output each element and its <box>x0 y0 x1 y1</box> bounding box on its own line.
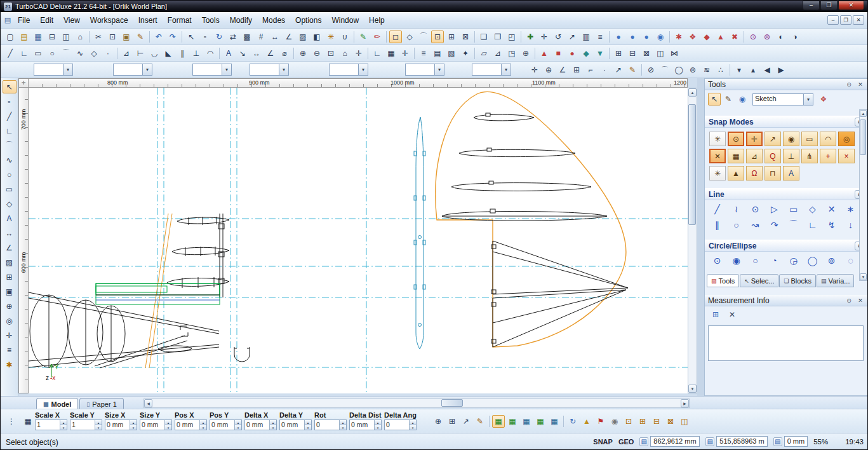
cell-2-icon[interactable]: ⊞ <box>636 415 649 428</box>
scale-entities-icon[interactable]: ↗ <box>566 31 578 43</box>
point-mark-icon[interactable]: · <box>598 64 611 76</box>
view-side-icon[interactable]: ◑ <box>789 31 801 43</box>
perpendicular-icon[interactable]: ⊥ <box>190 47 203 60</box>
snap-ortho-icon[interactable]: Ω <box>746 166 763 181</box>
vscroll-track[interactable] <box>688 97 697 385</box>
workplane-world-icon[interactable]: ▱ <box>477 47 490 60</box>
line-wavy-icon[interactable]: ≀ <box>728 202 744 216</box>
relative-coords-icon[interactable]: ⊞ <box>446 415 458 428</box>
palette-tab-varia[interactable]: ▤Varia... <box>817 274 855 287</box>
snap-divide-icon[interactable]: ⋔ <box>801 149 818 163</box>
snap-quick-icon[interactable]: Q <box>765 149 781 163</box>
snap-quadrant-icon[interactable]: ▭ <box>801 132 818 146</box>
palette-scroll-track[interactable] <box>860 117 867 273</box>
cut-icon[interactable]: ✂ <box>92 31 105 43</box>
style-brush-icon[interactable]: ❖ <box>817 93 830 106</box>
options-icon[interactable]: ✱ <box>3 358 17 371</box>
ucs-origin-icon[interactable]: ⊕ <box>519 47 532 60</box>
paste-icon[interactable]: ▣ <box>120 31 133 43</box>
inspector-grid-icon[interactable]: ▦ <box>22 415 34 428</box>
jump-to-icon[interactable]: ↗ <box>460 415 472 428</box>
snap-intersection-icon[interactable]: ◎ <box>838 132 855 146</box>
field-input[interactable]: 0 mm▴▾ <box>244 419 277 430</box>
section-header-snap-modes[interactable]: Snap Modes ∧ <box>705 116 868 128</box>
wave-style-icon[interactable]: ≋ <box>700 64 713 76</box>
red-dot-icon[interactable]: ● <box>566 47 578 60</box>
no-style-icon[interactable]: ⊘ <box>644 64 657 76</box>
field-value[interactable]: 0 mm <box>175 420 199 430</box>
stack-icon[interactable]: ≡ <box>594 31 606 43</box>
misc-minus-box-icon[interactable]: ⊟ <box>626 47 639 60</box>
menu-options[interactable]: Options <box>290 13 326 27</box>
select-fence-icon[interactable]: ⌒ <box>417 31 430 43</box>
snap-tangent-icon[interactable]: ◠ <box>820 132 836 146</box>
rotate-entities-icon[interactable]: ↺ <box>552 31 564 43</box>
menu-modify[interactable]: Modify <box>225 13 257 27</box>
dropdown-icon[interactable]: ▾ <box>358 64 368 75</box>
palette-scroll-thumb[interactable] <box>860 119 866 155</box>
snap-center-icon[interactable]: ◉ <box>783 132 799 146</box>
grid-green-2-icon[interactable]: ▦ <box>506 415 519 428</box>
line-arc-icon[interactable]: ⌒ <box>785 218 801 232</box>
render-hidden-line-icon[interactable]: ● <box>626 31 639 43</box>
property-combo-6[interactable]: ▾ <box>405 64 444 76</box>
field-value[interactable]: 0 mm <box>140 420 164 430</box>
snap-toggle-icon[interactable]: ✛ <box>399 47 411 60</box>
field-input[interactable]: 0 mm▴▾ <box>210 419 242 430</box>
line-single-icon[interactable]: ╱ <box>709 202 725 216</box>
circle-quarter-icon[interactable]: ◔ <box>766 254 782 268</box>
array-tool-icon[interactable]: ▩ <box>241 31 253 43</box>
coord-world-icon[interactable]: ✛ <box>528 64 541 76</box>
field-value[interactable]: 1 <box>70 420 95 430</box>
render-draft-icon[interactable]: ◉ <box>654 31 667 43</box>
horizontal-scrollbar[interactable]: ◀ ▶ <box>144 399 690 408</box>
line-tangent-circle-icon[interactable]: ○ <box>728 218 744 232</box>
hscroll-thumb[interactable] <box>441 399 463 407</box>
spin-up-icon[interactable]: ▴ <box>305 420 311 425</box>
circle-quadrant-icon[interactable]: ◶ <box>785 254 801 268</box>
mdi-minimize-button[interactable]: – <box>827 15 839 25</box>
misc-x-box-icon[interactable]: ⊠ <box>640 47 653 60</box>
node-edit-icon[interactable]: ▫ <box>3 95 17 108</box>
field-value[interactable]: 0 <box>315 420 339 430</box>
publish-icon[interactable]: ⌂ <box>74 31 86 43</box>
misc-bowtie-icon[interactable]: ⋈ <box>668 47 681 60</box>
section-header-circle-ellipse[interactable]: Circle/Ellipse ∧ <box>705 240 868 252</box>
warning-icon[interactable]: ▲ <box>580 415 593 428</box>
line-rhombus-icon[interactable]: ◇ <box>805 202 820 216</box>
redo-icon[interactable]: ↷ <box>166 31 179 43</box>
dropdown-icon[interactable]: ▾ <box>63 64 72 75</box>
spin-up-icon[interactable]: ▴ <box>235 420 241 425</box>
field-input[interactable]: 0 mm▴▾ <box>140 419 172 430</box>
grid-blue-1-icon[interactable]: ▦ <box>520 415 533 428</box>
dropdown-icon[interactable]: ▾ <box>279 64 288 75</box>
snap-angle-icon[interactable]: ⊿ <box>746 149 763 163</box>
pen-red-icon[interactable]: ✏ <box>371 31 384 43</box>
chamfer-icon[interactable]: ◣ <box>162 47 175 60</box>
dropdown-icon[interactable]: ▾ <box>501 64 511 75</box>
sheet-tab-model[interactable]: ▦Model <box>36 398 78 409</box>
text-icon[interactable]: A <box>3 212 17 225</box>
misc-plus-box-icon[interactable]: ⊞ <box>612 47 625 60</box>
zoom-icon[interactable]: ◎ <box>3 314 17 327</box>
line-extend-icon[interactable]: ↝ <box>747 218 763 232</box>
property-combo-1[interactable]: ▾ <box>34 64 73 76</box>
snap-grid-icon[interactable]: ▦ <box>728 149 744 163</box>
menu-modes[interactable]: Modes <box>257 13 290 27</box>
angle-dim-icon[interactable]: ∠ <box>3 241 17 254</box>
workplane-view-icon[interactable]: ◳ <box>505 47 518 60</box>
line-star-icon[interactable]: ∗ <box>843 202 858 216</box>
property-combo-3[interactable]: ▾ <box>192 64 232 76</box>
field-value[interactable]: 0 mm <box>280 420 304 430</box>
style-combo[interactable]: Sketch ▾ <box>752 93 813 106</box>
sheet-tab-paper-1[interactable]: ▯Paper 1 <box>79 398 123 409</box>
snap-magnetic-icon[interactable]: ▲ <box>728 166 744 181</box>
ungroup-icon[interactable]: ❐ <box>491 31 504 43</box>
pan-view-icon[interactable]: ✛ <box>352 47 365 60</box>
measure-tool-icon[interactable]: # <box>255 31 267 43</box>
selector-icon[interactable]: ↖ <box>185 31 197 43</box>
circle-two-point-icon[interactable]: ○ <box>747 254 763 268</box>
panel-splitter[interactable] <box>697 78 704 396</box>
mirror-tool-icon[interactable]: ⇄ <box>227 31 239 43</box>
print-preview-icon[interactable]: ◫ <box>60 31 72 43</box>
